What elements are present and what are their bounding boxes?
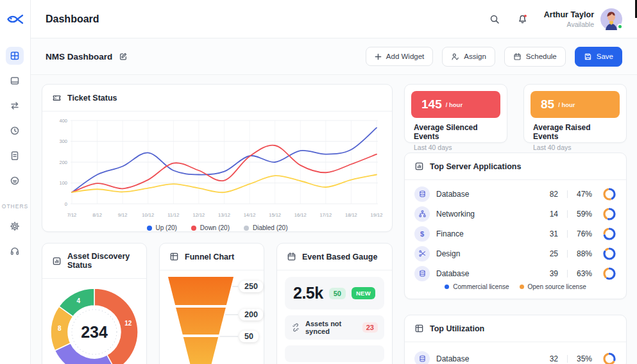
- browser-window-icon: [10, 76, 20, 86]
- legend-dot-gray: [244, 226, 249, 231]
- chart-doc-icon: [52, 256, 62, 266]
- app-logo[interactable]: [0, 0, 30, 38]
- legend-dot-blue: [147, 226, 152, 231]
- calendar-icon: [287, 252, 296, 261]
- stat-unit: / hour: [446, 101, 463, 108]
- bottom-widgets-row: Asset Discovery Status 1284234 Funnel Ch…: [42, 243, 393, 364]
- gauge-row-value: 23: [362, 322, 378, 333]
- chart-doc-icon: [414, 161, 424, 171]
- sidebar-others-label: OTHERS: [2, 203, 28, 210]
- svg-text:4: 4: [76, 297, 80, 304]
- avatar[interactable]: [600, 8, 622, 30]
- add-widget-button[interactable]: Add Widget: [366, 47, 433, 66]
- svg-text:400: 400: [59, 118, 67, 124]
- sidebar-item-transfer[interactable]: [6, 97, 24, 115]
- sidebar-item-dashboard[interactable]: [6, 47, 24, 65]
- sidebar-item-support[interactable]: [6, 242, 24, 260]
- dollar-icon: $: [414, 226, 430, 242]
- silenced-events-card: 145 / hour Average Silenced Events Last …: [404, 84, 507, 143]
- sidebar: OTHERS: [0, 0, 31, 364]
- divider: [567, 210, 568, 218]
- top-utilization-card: Top Utilization Database 32 35%: [404, 315, 627, 364]
- stat-banner-red: 145 / hour: [411, 91, 500, 118]
- stat-period: Last 40 days: [533, 144, 617, 151]
- user-name: Arthur Taylor: [544, 10, 594, 19]
- save-button[interactable]: Save: [575, 47, 622, 67]
- headset-icon: [10, 246, 20, 256]
- unlink-icon: [291, 323, 300, 332]
- gauge-value: 2.5k: [293, 284, 323, 302]
- stat-value: 145: [421, 97, 442, 112]
- svg-text:234: 234: [81, 323, 108, 341]
- edit-icon[interactable]: [119, 52, 128, 61]
- legend-dot-red: [191, 226, 196, 231]
- legend-item-up: Up (20): [147, 224, 177, 231]
- gauge-metric-row-clipped: [285, 345, 384, 362]
- search-button[interactable]: [488, 12, 502, 26]
- user-block[interactable]: Arthur Taylor Available: [544, 8, 622, 30]
- assign-user-icon: [451, 53, 459, 61]
- gauge-row-label: Assets not synced: [305, 320, 357, 335]
- sidebar-item-pages[interactable]: [6, 72, 24, 90]
- table-icon: [169, 252, 179, 261]
- divider: [567, 270, 568, 277]
- database-icon: [414, 351, 430, 364]
- table-icon: [414, 324, 424, 333]
- legend-item-disabled: Diabled (20): [244, 224, 287, 231]
- main-area: Dashboard Arthur Taylor: [31, 0, 637, 364]
- table-row: Database 39 63%: [414, 263, 616, 283]
- progress-ring: [602, 207, 616, 221]
- server-app-rows: Database 82 47% Networking 14: [405, 180, 626, 283]
- gauge-stat-panel: 2.5k 50 NEW: [285, 277, 384, 310]
- stat-value: 85: [541, 97, 554, 112]
- raised-events-card: 85 / hour Average Raised Events Last 40 …: [523, 84, 627, 143]
- dashboard-name: NMS Dashboard: [46, 52, 112, 62]
- stat-label: Average Raised Events: [533, 123, 617, 141]
- search-icon: [489, 14, 500, 24]
- sidebar-item-currency[interactable]: [6, 172, 24, 190]
- dashboard-grid-icon: [10, 51, 20, 61]
- schedule-button[interactable]: Schedule: [504, 47, 566, 67]
- table-row: $ Finance 31 76%: [414, 224, 616, 244]
- svg-text:300: 300: [59, 138, 67, 144]
- stat-cards-row: 145 / hour Average Silenced Events Last …: [404, 84, 627, 143]
- progress-ring: [602, 227, 616, 241]
- swap-arrows-icon: [10, 101, 20, 111]
- notifications-button[interactable]: [516, 12, 530, 26]
- funnel-label-3: 50: [239, 331, 259, 342]
- progress-ring: [602, 352, 616, 364]
- svg-text:12: 12: [124, 320, 132, 327]
- dashboard-content: Ticket Status 01002003004007/128/129/121…: [31, 75, 637, 364]
- svg-text:10/12: 10/12: [142, 212, 154, 218]
- calendar-icon: [513, 53, 522, 61]
- legend-item-commercial: Commercial license: [445, 283, 509, 290]
- divider: [567, 190, 568, 198]
- svg-text:11/12: 11/12: [167, 212, 179, 218]
- svg-text:8: 8: [58, 325, 62, 332]
- svg-text:8/12: 8/12: [92, 212, 102, 218]
- sidebar-item-settings[interactable]: [6, 217, 24, 235]
- fish-logo-icon: [6, 13, 24, 26]
- history-clock-icon: [10, 126, 20, 136]
- divider: [567, 250, 568, 258]
- svg-text:15/12: 15/12: [269, 212, 281, 218]
- svg-text:0: 0: [65, 201, 67, 207]
- table-row: Database 32 35%: [414, 349, 616, 364]
- sidebar-item-history[interactable]: [6, 122, 24, 140]
- donut-chart: 1284234: [49, 287, 139, 364]
- svg-text:9/12: 9/12: [118, 212, 128, 218]
- line-chart: 01002003004007/128/129/1210/1211/1212/12…: [53, 115, 382, 224]
- progress-ring: [602, 267, 616, 281]
- svg-text:18/12: 18/12: [345, 212, 357, 218]
- toolbar-buttons: Add Widget Assign Schedule: [366, 47, 622, 67]
- table-row: Networking 14 59%: [414, 204, 616, 224]
- sidebar-item-reports[interactable]: [6, 147, 24, 165]
- svg-text:17/12: 17/12: [319, 212, 332, 218]
- stat-label: Average Silenced Events: [414, 123, 498, 141]
- funnel-label-2: 200: [239, 309, 263, 320]
- assign-button[interactable]: Assign: [442, 47, 495, 67]
- bell-icon: [517, 13, 528, 24]
- gauge-new-badge: NEW: [352, 287, 375, 299]
- sidebar-nav: OTHERS: [2, 38, 28, 260]
- funnel-chart-card: Funnel Chart 250 200 50: [159, 243, 264, 364]
